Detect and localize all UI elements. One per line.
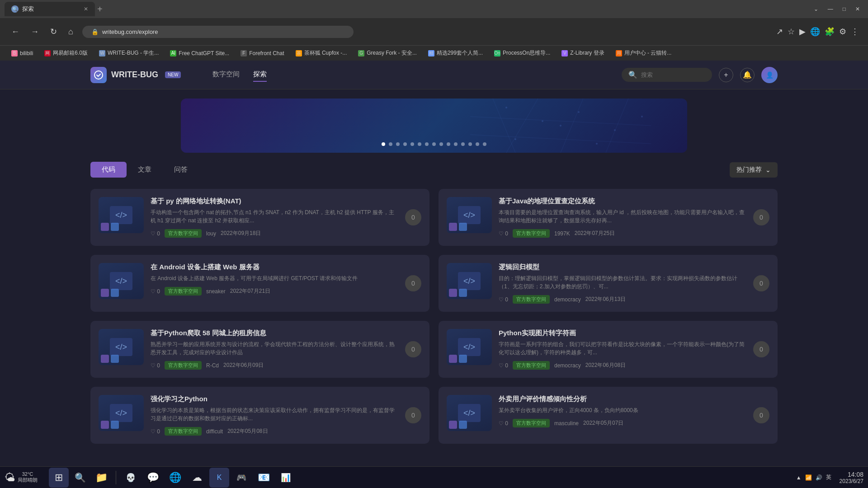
tab-code[interactable]: 代码 xyxy=(90,162,127,178)
taskbar-chrome[interactable]: 🌐 xyxy=(165,468,185,488)
search-box[interactable]: 🔍 xyxy=(622,68,712,82)
taskbar-app-mail[interactable]: 📧 xyxy=(254,468,274,488)
nav-digital-space[interactable]: 数字空间 xyxy=(212,68,240,82)
chatgpt-icon: AI xyxy=(170,50,176,56)
weather-icon: 🌤 xyxy=(5,471,15,484)
table-row[interactable]: </> 外卖用户评价情感倾向性分析 某外卖平台收集的用户评价，正向4000 条，… xyxy=(439,387,778,444)
active-tab[interactable]: 🔍 探索 ✕ xyxy=(5,2,95,16)
forward-button[interactable]: → xyxy=(28,25,41,39)
add-button[interactable]: + xyxy=(719,68,733,82)
share-icon[interactable]: ↗ xyxy=(776,27,783,37)
like-count: ♡ 0 xyxy=(151,288,160,295)
nav-explore[interactable]: 探索 xyxy=(253,68,267,82)
temperature: 32°C xyxy=(22,471,33,477)
notification-button[interactable]: 🔔 xyxy=(740,68,755,82)
card-content: 基于Java的地理位置查定位系统 本项目需要的是地理位置查询查询系统，输入用户 … xyxy=(499,197,746,238)
bookmark-chatgpt[interactable]: AI Free ChatGPT Site... xyxy=(165,49,234,58)
bookmark-usercenter[interactable]: 用 用户中心 - 云猫转... xyxy=(611,48,676,58)
banner-dot-9[interactable] xyxy=(439,142,443,146)
card-thumbnail: </> xyxy=(447,395,492,431)
network-icon[interactable]: 📶 xyxy=(805,474,812,481)
extension2-icon[interactable]: ⚙ xyxy=(839,27,846,37)
table-row[interactable]: </> Python实现图片转字符画 字符画是一系列字符的组合，我们可以把字符看… xyxy=(439,321,778,378)
bookmark-netease[interactable]: 网 网易邮箱6.0版 xyxy=(40,48,92,58)
chrome-icon[interactable]: 🌐 xyxy=(810,27,820,37)
tab-close-button[interactable]: ✕ xyxy=(84,6,88,12)
taskbar-clock[interactable]: 14:08 2023/6/27 xyxy=(840,471,863,484)
card-content: Python实现图片转字符画 字符画是一系列字符的组合，我们可以把字符看作是比较… xyxy=(499,329,746,370)
search-input[interactable] xyxy=(641,71,705,78)
banner-dot-4[interactable] xyxy=(403,142,407,146)
maximize-button[interactable]: □ xyxy=(839,4,849,14)
zlibrary-label: Z-Library 登录 xyxy=(570,49,604,57)
search-icon: 🔍 xyxy=(628,70,637,79)
banner-dot-8[interactable] xyxy=(432,142,436,146)
bookmark-forefront[interactable]: F Forefront Chat xyxy=(236,49,288,58)
address-input[interactable]: 🔒 writebug.com/explore xyxy=(82,26,354,38)
bookmark-writebug[interactable]: W WRITE-BUG - 学生... xyxy=(94,48,163,58)
tab-article[interactable]: 文章 xyxy=(127,162,163,178)
new-tab-button[interactable]: + xyxy=(97,4,103,14)
volume-icon[interactable]: 🔊 xyxy=(816,474,822,481)
play-icon[interactable]: ▶ xyxy=(799,27,806,37)
forefront-icon: F xyxy=(241,50,247,56)
card-desc: 字符画是一系列字符的组合，我们可以把字符看作是比较大块的像素，一个字符能表示一种… xyxy=(499,340,746,357)
taskbar-app-skull[interactable]: 💀 xyxy=(121,468,141,488)
tab-list-button[interactable]: ⌄ xyxy=(810,4,822,14)
taskbar-app-wechat[interactable]: 💬 xyxy=(143,468,163,488)
bookmark-bilibili[interactable]: B bilibili xyxy=(7,49,38,58)
taskbar-app-game[interactable]: 🎮 xyxy=(231,468,251,488)
extension1-icon[interactable]: 🧩 xyxy=(825,27,835,37)
taskbar-app-k[interactable]: K xyxy=(209,468,229,488)
bookmark-cupfox[interactable]: 茶 茶杯狐 Cupfox -... xyxy=(291,48,352,58)
taskbar-excel[interactable]: 📊 xyxy=(276,468,296,488)
banner-dot-5[interactable] xyxy=(410,142,414,146)
banner-dot-12[interactable] xyxy=(461,142,465,146)
star-icon[interactable]: ☆ xyxy=(788,27,795,37)
close-button[interactable]: ✕ xyxy=(852,4,863,14)
sort-dropdown[interactable]: 热门推荐 ⌄ xyxy=(730,162,778,178)
tab-qa[interactable]: 问答 xyxy=(163,162,199,178)
card-content: 基于 py 的网络地址转换(NAT) 手动构造一个包含两个 nat 的拓扑,节点… xyxy=(151,197,398,238)
card-count: 0 xyxy=(405,209,421,225)
taskbar-onedrive[interactable]: ☁ xyxy=(187,468,207,488)
menu-icon[interactable]: ⋮ xyxy=(851,27,859,37)
banner-dot-7[interactable] xyxy=(425,142,429,146)
official-tag: 官方数字空间 xyxy=(165,229,202,238)
taskbar-file-explorer[interactable]: 📁 xyxy=(91,468,111,488)
banner-dot-15[interactable] xyxy=(483,142,486,146)
bookmark-jianli[interactable]: 精 精选299套个人简... xyxy=(424,48,487,58)
banner-dot-11[interactable] xyxy=(454,142,458,146)
banner-dot-1[interactable] xyxy=(382,142,385,146)
card-meta: ♡ 0 官方数字空间 louy 2022年09月18日 xyxy=(151,229,398,238)
minimize-button[interactable]: — xyxy=(824,4,837,14)
taskbar-search-button[interactable]: 🔍 xyxy=(71,469,89,487)
banner-dot-3[interactable] xyxy=(396,142,400,146)
bookmark-zlibrary[interactable]: V Z-Library 登录 xyxy=(557,48,609,58)
card-content: 外卖用户评价情感倾向性分析 某外卖平台收集的用户评价，正向4000 条，负向约8… xyxy=(499,395,746,427)
table-row[interactable]: </> 强化学习之Python 强化学习的本质是策略，根据当前的状态来决策应该采… xyxy=(90,387,429,444)
banner-dot-6[interactable] xyxy=(418,142,421,146)
banner-dot-10[interactable] xyxy=(447,142,450,146)
banner-dot-2[interactable] xyxy=(389,142,392,146)
back-button[interactable]: ← xyxy=(9,25,22,39)
avatar[interactable]: 👤 xyxy=(761,67,778,83)
home-button[interactable]: ⌂ xyxy=(66,25,75,39)
banner-dot-14[interactable] xyxy=(476,142,479,146)
bookmark-greasyfork[interactable]: G Greasy Fork - 安全... xyxy=(354,48,421,58)
refresh-button[interactable]: ↻ xyxy=(48,24,59,39)
ime-icon[interactable]: 英 xyxy=(826,474,831,481)
tray-icon-1[interactable]: ▲ xyxy=(796,474,802,481)
code-icon: </> xyxy=(110,272,132,290)
table-row[interactable]: </> 基于 py 的网络地址转换(NAT) 手动构造一个包含两个 nat 的拓… xyxy=(90,189,429,246)
taskbar-start-button[interactable]: ⊞ xyxy=(49,468,69,488)
table-row[interactable]: </> 基于Java的地理位置查定位系统 本项目需要的是地理位置查询查询系统，输… xyxy=(439,189,778,246)
logo[interactable]: WRITE-BUG NEW xyxy=(90,67,181,83)
banner-dot-13[interactable] xyxy=(468,142,472,146)
card-title: 外卖用户评价情感倾向性分析 xyxy=(499,395,746,404)
table-row[interactable]: </> 在 Android 设备上搭建 Web 服务器 在 Android 设备… xyxy=(90,255,429,312)
table-row[interactable]: </> 基于Python爬取 58 同城上的租房信息 熟悉并学习一般的应用系统开… xyxy=(90,321,429,378)
bookmark-processon[interactable]: On ProcessOn思维导... xyxy=(490,48,555,58)
table-row[interactable]: </> 逻辑回归模型 目的：理解逻辑回归模型，掌握逻辑回归模型的参数估计算法。要… xyxy=(439,255,778,312)
tab-title: 探索 xyxy=(22,5,34,13)
